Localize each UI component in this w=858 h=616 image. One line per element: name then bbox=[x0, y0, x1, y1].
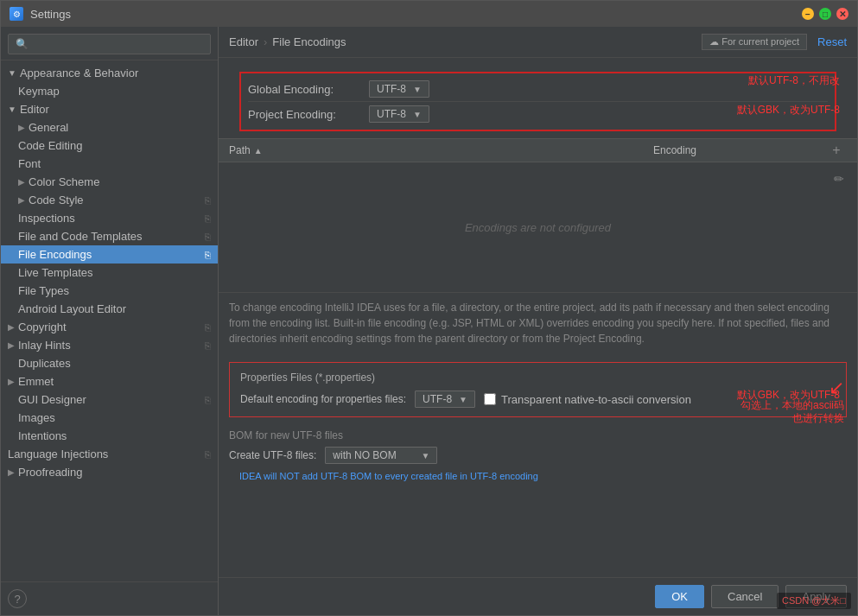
sidebar-item-code-style[interactable]: ▶ Code Style ⎘ bbox=[1, 191, 218, 209]
minimize-button[interactable]: − bbox=[802, 8, 814, 20]
breadcrumb-section: File Encodings bbox=[272, 35, 346, 48]
sidebar-item-proofreading[interactable]: ▶ Proofreading bbox=[1, 463, 218, 481]
sidebar-item-file-types[interactable]: File Types bbox=[1, 282, 218, 300]
sort-arrow: ▲ bbox=[254, 146, 263, 156]
sidebar-item-inspections[interactable]: Inspections ⎘ bbox=[1, 209, 218, 227]
bom-dropdown-arrow: ▼ bbox=[421, 451, 429, 460]
sidebar-item-intentions[interactable]: Intentions bbox=[1, 427, 218, 445]
sidebar-label-file-encodings: File Encodings bbox=[18, 248, 92, 261]
sidebar-item-copyright[interactable]: ▶ Copyright ⎘ bbox=[1, 318, 218, 336]
reset-button[interactable]: Reset bbox=[817, 35, 847, 48]
sidebar-label-copyright: Copyright bbox=[18, 321, 67, 333]
apply-button[interactable]: Apply bbox=[785, 585, 847, 608]
bom-select[interactable]: with NO BOM ▼ bbox=[325, 447, 437, 464]
project-button[interactable]: ☁ For current project bbox=[702, 34, 807, 50]
cancel-button[interactable]: Cancel bbox=[711, 585, 779, 608]
expand-arrow-code-style: ▶ bbox=[18, 195, 25, 205]
sidebar-item-inlay-hints[interactable]: ▶ Inlay Hints ⎘ bbox=[1, 336, 218, 354]
global-encoding-value: UTF-8 bbox=[377, 83, 406, 95]
annotation-project: 默认GBK，改为UTF-8 bbox=[737, 103, 840, 117]
transparent-checkbox-row: Transparent native-to-ascii conversion bbox=[484, 393, 691, 406]
sidebar-label-language-injections: Language Injections bbox=[8, 448, 108, 460]
sidebar-item-emmet[interactable]: ▶ Emmet bbox=[1, 372, 218, 391]
col-path: Path ▲ bbox=[229, 144, 653, 156]
sidebar-label-keymap: Keymap bbox=[18, 85, 60, 98]
bom-desc: IDEA will NOT add UTF-8 BOM to every cre… bbox=[229, 467, 847, 485]
sidebar-label-emmet: Emmet bbox=[18, 375, 54, 388]
properties-dropdown-arrow: ▼ bbox=[459, 395, 467, 404]
sidebar-item-live-templates[interactable]: Live Templates bbox=[1, 264, 218, 282]
maximize-button[interactable]: □ bbox=[819, 8, 831, 20]
settings-window: ⚙ Settings − □ ✕ ▼ Appearance & Behavior bbox=[0, 0, 858, 616]
bom-desc-text2: to every created file in UTF-8 encoding bbox=[372, 471, 538, 481]
sidebar-label-code-style: Code Style bbox=[29, 194, 84, 206]
project-encoding-dropdown-arrow: ▼ bbox=[413, 110, 422, 119]
properties-label: Default encoding for properties files: bbox=[240, 393, 406, 405]
content-area: Editor › File Encodings ☁ For current pr… bbox=[219, 27, 857, 615]
col-path-label: Path bbox=[229, 144, 251, 156]
copy-icon-code-style: ⎘ bbox=[205, 195, 211, 206]
project-encoding-select[interactable]: UTF-8 ▼ bbox=[369, 105, 429, 123]
sidebar-label-inlay-hints: Inlay Hints bbox=[18, 339, 71, 352]
sidebar-item-language-injections[interactable]: Language Injections ⎘ bbox=[1, 445, 218, 463]
header-actions: ☁ For current project Reset bbox=[702, 34, 847, 50]
global-encoding-dropdown-arrow: ▼ bbox=[413, 85, 422, 94]
breadcrumb: Editor › File Encodings bbox=[229, 35, 346, 48]
sidebar-label-live-templates: Live Templates bbox=[18, 266, 92, 279]
global-encoding-select[interactable]: UTF-8 ▼ bbox=[369, 80, 429, 98]
ok-button[interactable]: OK bbox=[655, 585, 704, 608]
tree-area: ▼ Appearance & Behavior Keymap ▼ Editor … bbox=[1, 60, 218, 581]
encoding-settings-container: Global Encoding: UTF-8 ▼ Project Encodin… bbox=[219, 58, 857, 131]
sidebar-item-code-editing[interactable]: Code Editing bbox=[1, 137, 218, 155]
project-btn-label: ☁ For current project bbox=[709, 36, 799, 48]
properties-select[interactable]: UTF-8 ▼ bbox=[415, 391, 475, 408]
transparent-label: Transparent native-to-ascii conversion bbox=[501, 393, 691, 406]
search-input[interactable] bbox=[8, 34, 211, 54]
close-button[interactable]: ✕ bbox=[836, 8, 848, 20]
table-body: Encodings are not configured ✏ bbox=[219, 162, 857, 292]
checkbox-annotation: ↙ 勾选上，本地的ascii码 也进行转换 bbox=[740, 377, 844, 426]
sidebar-label-android-layout: Android Layout Editor bbox=[18, 302, 126, 315]
copy-icon-inlay-hints: ⎘ bbox=[205, 340, 211, 351]
breadcrumb-editor: Editor bbox=[229, 35, 258, 48]
sidebar-item-file-encodings[interactable]: File Encodings ⎘ bbox=[1, 245, 218, 264]
sidebar-label-gui-designer: GUI Designer bbox=[18, 393, 86, 406]
sidebar-label-editor: Editor bbox=[20, 103, 49, 116]
table-edit-btn[interactable]: ✏ bbox=[829, 169, 848, 188]
sidebar-label-color-scheme: Color Scheme bbox=[29, 175, 99, 188]
sidebar: ▼ Appearance & Behavior Keymap ▼ Editor … bbox=[1, 27, 219, 615]
sidebar-item-file-code-templates[interactable]: File and Code Templates ⎘ bbox=[1, 227, 218, 245]
search-box bbox=[1, 27, 218, 60]
sidebar-item-images[interactable]: Images bbox=[1, 409, 218, 427]
transparent-checkbox[interactable] bbox=[484, 393, 496, 405]
expand-arrow-emmet: ▶ bbox=[8, 377, 15, 386]
copy-icon-file-code-templates: ⎘ bbox=[205, 232, 211, 242]
bottom-bar: OK Cancel Apply bbox=[219, 577, 857, 615]
breadcrumb-separator: › bbox=[264, 35, 267, 48]
title-bar-left: ⚙ Settings bbox=[10, 7, 71, 21]
sidebar-item-color-scheme[interactable]: ▶ Color Scheme bbox=[1, 173, 218, 191]
expand-arrow-editor: ▼ bbox=[8, 105, 16, 114]
sidebar-item-editor[interactable]: ▼ Editor bbox=[1, 100, 218, 118]
sidebar-item-appearance[interactable]: ▼ Appearance & Behavior bbox=[1, 64, 218, 82]
sidebar-item-keymap[interactable]: Keymap bbox=[1, 82, 218, 100]
sidebar-item-android-layout[interactable]: Android Layout Editor bbox=[1, 300, 218, 318]
sidebar-item-font[interactable]: Font bbox=[1, 155, 218, 173]
title-bar: ⚙ Settings − □ ✕ bbox=[1, 1, 857, 27]
sidebar-item-duplicates[interactable]: Duplicates bbox=[1, 354, 218, 372]
expand-arrow-copyright: ▶ bbox=[8, 322, 15, 332]
sidebar-item-general[interactable]: ▶ General bbox=[1, 118, 218, 137]
bom-create-label: Create UTF-8 files: bbox=[229, 449, 316, 461]
properties-value: UTF-8 bbox=[423, 393, 452, 405]
bom-desc-link[interactable]: UTF-8 BOM bbox=[321, 471, 372, 481]
sidebar-item-gui-designer[interactable]: GUI Designer ⎘ bbox=[1, 391, 218, 409]
table-actions: ✏ bbox=[829, 169, 848, 188]
global-encoding-row: Global Encoding: UTF-8 ▼ bbox=[248, 77, 828, 101]
help-button[interactable]: ? bbox=[8, 589, 27, 608]
encoding-box: Global Encoding: UTF-8 ▼ Project Encodin… bbox=[239, 72, 836, 131]
sidebar-label-appearance: Appearance & Behavior bbox=[20, 67, 138, 79]
sidebar-label-code-editing: Code Editing bbox=[18, 139, 82, 152]
col-add[interactable]: + bbox=[826, 143, 847, 158]
copy-icon-copyright: ⎘ bbox=[205, 322, 211, 333]
col-encoding-label: Encoding bbox=[653, 144, 696, 156]
